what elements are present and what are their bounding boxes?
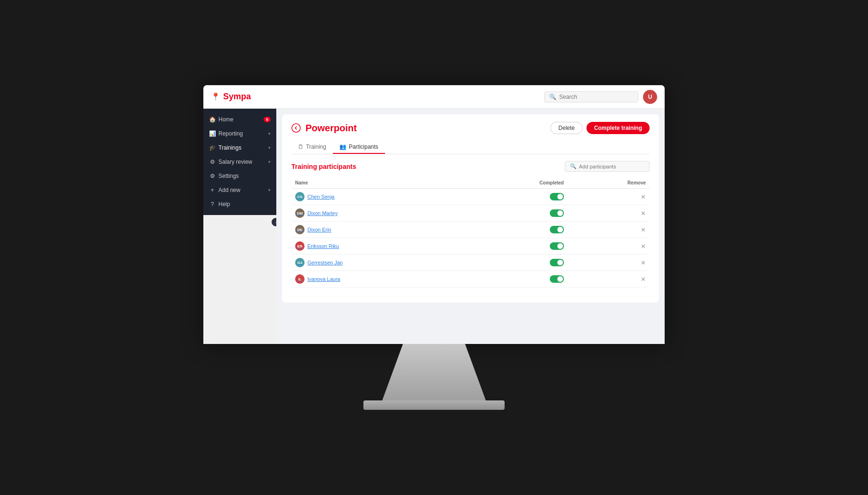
salary-icon: ⚙ [209,159,216,165]
participant-name-cell: IL Ivanova Laura [291,271,466,287]
card-actions: Delete Complete training [550,122,650,134]
completed-toggle[interactable] [550,193,564,200]
completed-cell [466,205,568,222]
search-input[interactable] [559,94,630,100]
participants-table: Name Completed Remove CS Chen Senja [291,177,650,287]
participant-name-cell: DE Dixon Erin [291,222,466,238]
monitor-stand [382,344,486,400]
participant-name-text: Dixon Marley [307,210,338,216]
monitor-base [363,400,505,410]
card-header: Powerpoint Delete Complete training [291,122,650,134]
participant-name-text: Ivanova Laura [307,276,340,282]
participant-name-text: Dixon Erin [307,227,331,232]
remove-cell: ✕ [568,255,650,271]
settings-icon: ⚙ [209,173,216,179]
participant-name-text: Gerrestsen Jan [307,260,343,265]
sidebar-item-label: Trainings [218,144,241,151]
table-row: DE Dixon Erin ✕ [291,222,650,238]
completed-toggle[interactable] [550,242,564,250]
participant-name-text: Chen Senja [307,194,335,200]
sidebar-item-trainings[interactable]: 🎓 Trainings ▾ [203,141,276,155]
back-button[interactable] [291,123,301,133]
table-row: ER Eriksson Riku ✕ [291,238,650,255]
main-layout: 🏠 Home 5 📊 Reporting ▾ [203,109,665,344]
add-participants-search[interactable]: 🔍 [565,161,650,172]
participant-name-cell: ER Eriksson Riku [291,238,466,255]
participant-name-text: Eriksson Riku [307,243,339,249]
section-header: Training participants 🔍 [291,161,650,172]
complete-training-button[interactable]: Complete training [587,122,650,134]
table-row: CS Chen Senja ✕ [291,189,650,205]
training-tab-icon: 🗒 [298,144,304,150]
participant-name-cell: CS Chen Senja [291,189,466,205]
participant-name[interactable]: DE Dixon Erin [295,225,463,234]
sidebar-item-home[interactable]: 🏠 Home 5 [203,112,276,127]
participant-avatar: CS [295,192,305,201]
completed-cell [466,238,568,255]
remove-cell: ✕ [568,222,650,238]
completed-toggle[interactable] [550,275,564,283]
completed-toggle[interactable] [550,259,564,266]
remove-button[interactable]: ✕ [641,276,646,283]
chevron-down-icon: ▾ [268,131,271,136]
section-title: Training participants [291,163,356,170]
delete-button[interactable]: Delete [550,122,583,134]
remove-button[interactable]: ✕ [641,210,646,217]
chevron-down-icon: ▾ [268,160,271,164]
remove-button[interactable]: ✕ [641,259,646,266]
remove-cell: ✕ [568,189,650,205]
completed-toggle[interactable] [550,226,564,233]
sidebar-item-settings[interactable]: ⚙ Settings [203,169,276,183]
tab-participants-label: Participants [349,144,378,150]
sidebar-item-label: Help [218,201,230,208]
participant-name[interactable]: DM Dixon Marley [295,208,463,218]
remove-button[interactable]: ✕ [641,226,646,233]
remove-button[interactable]: ✕ [641,193,646,200]
trainings-icon: 🎓 [209,144,216,151]
avatar[interactable]: U [643,90,657,104]
participant-name[interactable]: CS Chen Senja [295,192,463,201]
remove-cell: ✕ [568,238,650,255]
participant-avatar: DE [295,225,305,234]
completed-toggle[interactable] [550,209,564,217]
svg-point-0 [292,124,300,132]
participant-avatar: DM [295,208,305,218]
remove-button[interactable]: ✕ [641,243,646,250]
participant-avatar: GJ [295,258,305,267]
logo: 📍 Sympa [211,92,251,102]
card-title-row: Powerpoint [291,123,357,134]
monitor-wrapper: 📍 Sympa 🔍 U 🏠 [203,85,665,410]
home-badge: 5 [264,117,271,122]
table-row: GJ Gerrestsen Jan ✕ [291,255,650,271]
col-completed: Completed [466,177,568,189]
sidebar-item-add-new[interactable]: + Add new ▾ [203,183,276,197]
participant-name[interactable]: GJ Gerrestsen Jan [295,258,463,267]
add-icon: + [209,187,216,193]
sidebar-item-salary-review[interactable]: ⚙ Salary review ▾ [203,155,276,169]
chevron-down-icon: ▾ [268,145,271,150]
completed-cell [466,222,568,238]
search-box[interactable]: 🔍 [544,91,638,103]
avatar-initials: U [648,94,652,100]
sidebar-item-help[interactable]: ? Help [203,197,276,211]
participant-name[interactable]: ER Eriksson Riku [295,241,463,251]
sidebar-item-label: Salary review [218,159,252,165]
sidebar: 🏠 Home 5 📊 Reporting ▾ [203,109,276,215]
logo-icon: 📍 [211,92,220,101]
tab-training[interactable]: 🗒 Training [291,141,333,154]
sidebar-item-label: Settings [218,173,239,179]
participant-avatar: ER [295,241,305,251]
sidebar-item-reporting[interactable]: 📊 Reporting ▾ [203,127,276,141]
participant-name-cell: GJ Gerrestsen Jan [291,255,466,271]
chevron-down-icon: ▾ [268,188,271,192]
top-bar: 📍 Sympa 🔍 U [203,85,665,109]
add-participants-input[interactable] [579,164,640,169]
completed-cell [466,255,568,271]
tab-participants[interactable]: 👥 Participants [333,141,385,154]
sidebar-item-label: Home [218,116,233,123]
search-icon: 🔍 [549,94,556,100]
table-header-row: Name Completed Remove [291,177,650,189]
participant-name[interactable]: IL Ivanova Laura [295,274,463,284]
help-icon: ? [209,201,216,208]
content-area: Powerpoint Delete Complete training 🗒 Tr… [276,109,665,344]
